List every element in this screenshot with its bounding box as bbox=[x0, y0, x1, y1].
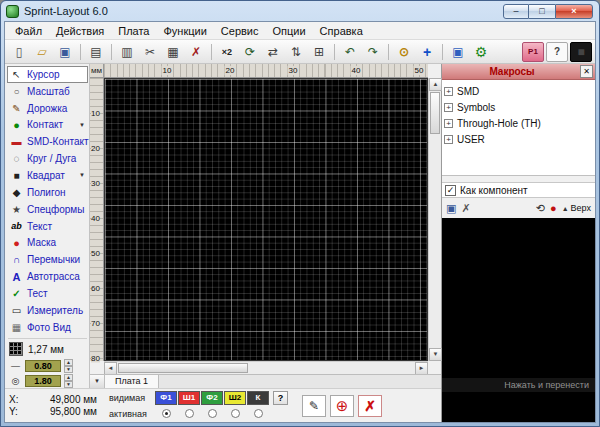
tool-measure[interactable]: ▭ Измеритель bbox=[7, 302, 88, 319]
refresh-button[interactable]: ⟲ bbox=[536, 202, 545, 215]
mirror-vertical-button[interactable]: ⇅ bbox=[285, 42, 307, 62]
mirror-horizontal-button[interactable]: ⇄ bbox=[262, 42, 284, 62]
board-list-button[interactable]: ▼ bbox=[90, 375, 105, 388]
menu-functions[interactable]: Функции bbox=[156, 23, 213, 39]
layer-c1-button[interactable]: Ф1 bbox=[155, 391, 177, 405]
close-icon[interactable]: ✕ bbox=[580, 65, 593, 78]
step-down-icon[interactable]: ▼ bbox=[64, 381, 73, 388]
chevron-down-icon[interactable]: ▼ bbox=[79, 172, 85, 178]
tool-jumpers[interactable]: ∩ Перемычки bbox=[7, 251, 88, 268]
target-button[interactable]: ⊕ bbox=[330, 395, 354, 417]
print-scale-button[interactable]: Р1 bbox=[522, 42, 544, 62]
menu-file[interactable]: Файл bbox=[8, 23, 49, 39]
group-button[interactable]: ⊞ bbox=[308, 42, 330, 62]
menu-board[interactable]: Плата bbox=[111, 23, 156, 39]
expand-icon[interactable]: + bbox=[444, 135, 453, 144]
grid-icon[interactable] bbox=[9, 342, 23, 356]
titlebar[interactable]: Sprint-Layout 6.0 – □ × bbox=[1, 1, 599, 21]
delete-macro-button[interactable]: ✗ bbox=[461, 202, 470, 215]
clear-cross-button[interactable]: ✗ bbox=[358, 395, 382, 417]
paste-button[interactable]: ▦ bbox=[162, 42, 184, 62]
print-button[interactable]: ▤ bbox=[85, 42, 107, 62]
expand-icon[interactable]: + bbox=[444, 87, 453, 96]
chevron-down-icon[interactable]: ▼ bbox=[79, 122, 85, 128]
board-tab[interactable]: Плата 1 bbox=[105, 375, 159, 388]
dark-view-button[interactable]: ■ bbox=[570, 42, 592, 62]
photo-view-button[interactable]: ▣ bbox=[447, 42, 469, 62]
menu-service[interactable]: Сервис bbox=[214, 23, 266, 39]
grid-value[interactable]: 1,27 мм bbox=[28, 344, 64, 355]
layers-help-button[interactable]: ? bbox=[546, 42, 568, 62]
hscroll-thumb[interactable] bbox=[118, 363, 248, 373]
close-button[interactable]: × bbox=[555, 4, 593, 19]
copy-button[interactable]: ▥ bbox=[116, 42, 138, 62]
board-canvas[interactable] bbox=[104, 78, 428, 361]
minimize-button[interactable]: – bbox=[503, 4, 529, 19]
step-down-icon[interactable]: ▼ bbox=[64, 366, 73, 373]
pad-size-value[interactable]: 1.80 bbox=[25, 375, 61, 387]
new-button[interactable]: ▯ bbox=[8, 42, 30, 62]
tree-item-symbols[interactable]: + Symbols bbox=[444, 99, 593, 115]
menu-options[interactable]: Опции bbox=[266, 23, 313, 39]
tool-special-forms[interactable]: ★ Спецформы bbox=[7, 201, 88, 218]
vscroll-thumb[interactable] bbox=[430, 92, 440, 134]
tool-track[interactable]: ✎ Дорожка bbox=[7, 100, 88, 117]
expand-icon[interactable]: + bbox=[444, 103, 453, 112]
cut-button[interactable]: ✂ bbox=[139, 42, 161, 62]
pad-size-stepper[interactable]: ▲▼ bbox=[64, 374, 73, 388]
maximize-button[interactable]: □ bbox=[529, 4, 555, 19]
menu-actions[interactable]: Действия bbox=[49, 23, 111, 39]
selection-pen-button[interactable]: ✎ bbox=[302, 395, 326, 417]
tool-test[interactable]: ✓ Тест bbox=[7, 285, 88, 302]
layer-s1-button[interactable]: Ш1 bbox=[178, 391, 200, 405]
active-layer-radio-c1[interactable] bbox=[162, 409, 171, 418]
vertical-scrollbar[interactable]: ▲ ▼ bbox=[428, 78, 441, 361]
tool-smd-pad[interactable]: ▬ SMD-Контакт bbox=[7, 133, 88, 150]
tool-photo-view[interactable]: ▦ Фото Вид bbox=[7, 319, 88, 336]
scroll-down-button[interactable]: ▼ bbox=[429, 348, 442, 361]
horizontal-scrollbar[interactable]: ◄ ► bbox=[104, 361, 428, 374]
active-layer-radio-c2[interactable] bbox=[208, 409, 217, 418]
tool-mask[interactable]: ● Маска bbox=[7, 234, 88, 251]
track-width-value[interactable]: 0.80 bbox=[25, 360, 61, 372]
tool-cursor[interactable]: ↖ Курсор bbox=[7, 66, 88, 83]
tool-autoroute[interactable]: A Автотрасса bbox=[7, 268, 88, 285]
tool-polygon[interactable]: ◆ Полигон bbox=[7, 184, 88, 201]
step-up-icon[interactable]: ▲ bbox=[64, 374, 73, 381]
expand-icon[interactable]: + bbox=[444, 119, 453, 128]
menu-help[interactable]: Справка bbox=[313, 23, 370, 39]
open-button[interactable]: ▱ bbox=[31, 42, 53, 62]
active-layer-radio-outline[interactable] bbox=[254, 409, 263, 418]
track-width-stepper[interactable]: ▲▼ bbox=[64, 359, 73, 373]
tool-pad[interactable]: ● Контакт ▼ bbox=[7, 117, 88, 134]
active-layer-radio-s2[interactable] bbox=[231, 409, 240, 418]
redo-button[interactable]: ↷ bbox=[362, 42, 384, 62]
board-side-button[interactable]: ▲ Верх bbox=[562, 203, 591, 213]
record-button[interactable]: ● bbox=[550, 202, 557, 214]
tree-item-user[interactable]: + USER bbox=[444, 131, 593, 147]
scroll-up-button[interactable]: ▲ bbox=[429, 78, 442, 91]
crosshair-button[interactable]: + bbox=[416, 42, 438, 62]
save-macro-button[interactable]: ▣ bbox=[446, 202, 456, 215]
macro-preview[interactable]: Нажать и перенести bbox=[442, 218, 595, 422]
zoom-button[interactable]: ⊙ bbox=[393, 42, 415, 62]
layer-help-button[interactable]: ? bbox=[273, 391, 288, 405]
tree-item-smd[interactable]: + SMD bbox=[444, 83, 593, 99]
delete-button[interactable]: ✗ bbox=[185, 42, 207, 62]
duplicate-button[interactable]: ×2 bbox=[216, 42, 238, 62]
layer-s2-button[interactable]: Ш2 bbox=[224, 391, 246, 405]
step-up-icon[interactable]: ▲ bbox=[64, 359, 73, 366]
tool-circle-arc[interactable]: ◌ Круг / Дуга bbox=[7, 150, 88, 167]
as-component-checkbox[interactable] bbox=[445, 185, 456, 196]
gear-button[interactable]: ⚙ bbox=[470, 42, 492, 62]
layer-outline-button[interactable]: К bbox=[247, 391, 269, 405]
tool-square[interactable]: ■ Квадрат ▼ bbox=[7, 167, 88, 184]
undo-button[interactable]: ↶ bbox=[339, 42, 361, 62]
tool-text[interactable]: ab Текст bbox=[7, 218, 88, 235]
save-button[interactable]: ▣ bbox=[54, 42, 76, 62]
tree-item-through-hole[interactable]: + Through-Hole (TH) bbox=[444, 115, 593, 131]
tool-zoom[interactable]: ○ Масштаб bbox=[7, 83, 88, 100]
rotate-button[interactable]: ⟳ bbox=[239, 42, 261, 62]
layer-c2-button[interactable]: Ф2 bbox=[201, 391, 223, 405]
active-layer-radio-s1[interactable] bbox=[185, 409, 194, 418]
